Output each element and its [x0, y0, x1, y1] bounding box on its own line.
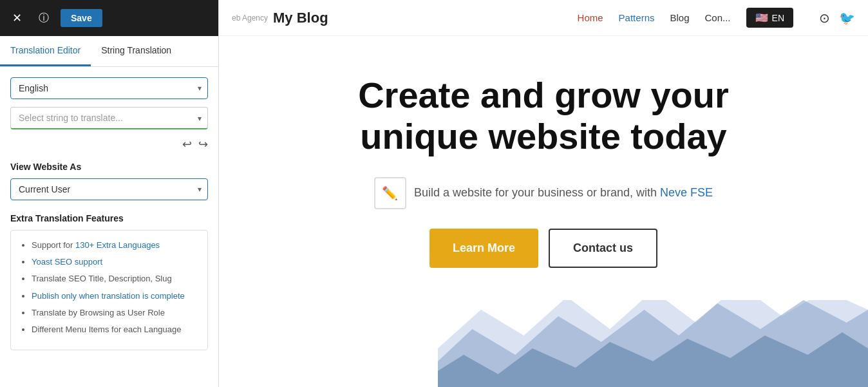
- site-title: My Blog: [273, 10, 328, 26]
- left-panel: ✕ ⓘ Save Translation Editor String Trans…: [0, 0, 219, 387]
- extra-features-label: Extra Translation Features: [10, 213, 208, 223]
- feature-box: Support for 130+ Extra Languages Yoast S…: [10, 230, 208, 350]
- user-role-dropdown-wrapper: Current User Administrator Editor Subscr…: [10, 178, 208, 200]
- tab-translation-editor[interactable]: Translation Editor: [0, 36, 91, 66]
- redo-button[interactable]: ↪: [198, 137, 208, 151]
- twitter-icon[interactable]: 🐦: [839, 10, 855, 26]
- agency-text: eb Agency: [232, 14, 268, 23]
- hero-subtitle: Build a website for your business or bra…: [414, 186, 713, 200]
- save-button[interactable]: Save: [61, 9, 102, 27]
- edit-icon-box: ✏️: [374, 177, 406, 209]
- lang-code: EN: [772, 13, 784, 23]
- user-role-dropdown[interactable]: Current User Administrator Editor Subscr…: [10, 178, 208, 200]
- nav-home[interactable]: Home: [578, 12, 603, 23]
- close-button[interactable]: ✕: [6, 8, 27, 28]
- subtitle-highlight: Neve FSE: [660, 186, 713, 199]
- info-button[interactable]: ⓘ: [33, 8, 54, 28]
- learn-more-button[interactable]: Learn More: [429, 229, 538, 268]
- top-toolbar: ✕ ⓘ Save: [0, 0, 218, 36]
- social-icons: ⊙ 🐦: [819, 10, 855, 26]
- language-switcher[interactable]: 🇺🇸 EN: [746, 8, 793, 28]
- list-item: Yoast SEO support: [32, 256, 198, 268]
- feature-list: Support for 130+ Extra Languages Yoast S…: [20, 240, 198, 335]
- list-item: Translate by Browsing as User Role: [32, 307, 198, 319]
- list-item: Publish only when translation is complet…: [32, 290, 198, 302]
- nav-patterns[interactable]: Patterns: [619, 12, 655, 23]
- view-website-label: View Website As: [10, 162, 208, 172]
- language-dropdown[interactable]: English French Spanish German: [10, 77, 208, 99]
- instagram-icon[interactable]: ⊙: [819, 10, 830, 26]
- hero-buttons: Learn More Contact us: [429, 229, 657, 268]
- tab-string-translation[interactable]: String Translation: [91, 36, 182, 66]
- main-area: eb Agency My Blog Home Patterns Blog Con…: [219, 0, 868, 387]
- list-item: Translate SEO Title, Description, Slug: [32, 273, 198, 285]
- site-header: eb Agency My Blog Home Patterns Blog Con…: [219, 0, 868, 36]
- tabs-bar: Translation Editor String Translation: [0, 36, 218, 67]
- hero-subtitle-row: ✏️ Build a website for your business or …: [374, 177, 713, 209]
- language-dropdown-wrapper: English French Spanish German ▾: [10, 77, 208, 99]
- string-dropdown[interactable]: Select string to translate...: [10, 107, 208, 129]
- edit-icon: ✏️: [382, 185, 398, 201]
- flag-icon: 🇺🇸: [755, 12, 768, 24]
- panel-content: English French Spanish German ▾ Select s…: [0, 67, 218, 387]
- list-item: Support for 130+ Extra Languages: [32, 240, 198, 251]
- hero-section: Create and grow your unique website toda…: [219, 36, 868, 300]
- nav-blog[interactable]: Blog: [670, 12, 689, 23]
- nav-contact[interactable]: Con...: [705, 12, 731, 23]
- string-dropdown-wrapper: Select string to translate... ▾: [10, 107, 208, 129]
- site-nav: Home Patterns Blog Con... 🇺🇸 EN ⊙ 🐦: [578, 8, 855, 28]
- undo-redo-bar: ↩ ↪: [10, 137, 208, 151]
- list-item: Different Menu Items for each Language: [32, 324, 198, 335]
- contact-us-button[interactable]: Contact us: [549, 229, 657, 268]
- extra-features-section: Extra Translation Features Support for 1…: [10, 213, 208, 350]
- hero-title: Create and grow your unique website toda…: [318, 75, 769, 158]
- view-website-section: View Website As Current User Administrat…: [10, 162, 208, 200]
- site-logo-area: eb Agency My Blog: [232, 10, 328, 26]
- undo-button[interactable]: ↩: [182, 137, 192, 151]
